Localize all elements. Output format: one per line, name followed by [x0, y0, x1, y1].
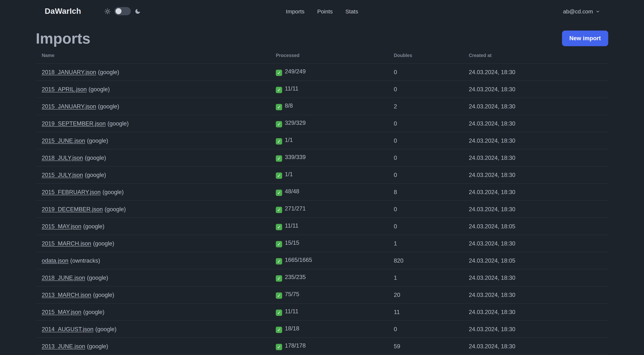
cell-doubles: 0	[388, 132, 463, 149]
new-import-button[interactable]: New import	[562, 30, 608, 46]
nav-link-stats[interactable]: Stats	[346, 8, 358, 14]
processed-count: 75/75	[285, 291, 299, 297]
import-source: (google)	[85, 172, 106, 178]
import-file-link[interactable]: 2015_JULY.json	[42, 172, 83, 178]
import-source: (google)	[95, 326, 116, 332]
import-file-link[interactable]: 2019_SEPTEMBER.json	[42, 120, 106, 126]
check-icon: ✓	[276, 190, 282, 196]
check-icon: ✓	[276, 138, 282, 145]
cell-doubles: 0	[388, 218, 463, 235]
nav-link-imports[interactable]: Imports	[286, 8, 304, 14]
theme-toggle-switch[interactable]	[114, 7, 131, 15]
cell-processed: ✓178/178	[270, 338, 388, 355]
table-row: 2018_JULY.json(google) ✓339/339 0 24.03.…	[36, 149, 608, 166]
cell-doubles: 2	[388, 98, 463, 115]
import-file-link[interactable]: 2019_DECEMBER.json	[42, 206, 103, 212]
top-navbar: DaWarIch	[0, 0, 644, 22]
cell-doubles: 1	[388, 235, 463, 252]
import-file-link[interactable]: odata.json	[42, 257, 68, 264]
nav-link-points[interactable]: Points	[317, 8, 332, 14]
brand-logo[interactable]: DaWarIch	[45, 7, 81, 16]
cell-created-at: 24.03.2024, 18:05	[463, 218, 608, 235]
cell-doubles: 0	[388, 201, 463, 218]
cell-processed: ✓249/249	[270, 63, 388, 81]
import-source: (google)	[98, 103, 119, 109]
cell-name: 2014_AUGUST.json(google)	[36, 321, 270, 338]
user-menu[interactable]: ab@cd.com	[563, 8, 600, 14]
cell-created-at: 24.03.2024, 18:30	[463, 303, 608, 321]
processed-count: 11/11	[285, 85, 298, 92]
import-file-link[interactable]: 2018_JANUARY.json	[42, 69, 96, 75]
processed-count: 271/271	[285, 205, 306, 212]
cell-created-at: 24.03.2024, 18:30	[463, 132, 608, 149]
import-source: (google)	[93, 240, 114, 246]
processed-count: 1/1	[285, 137, 293, 143]
import-file-link[interactable]: 2015_FEBRUARY.json	[42, 189, 100, 195]
cell-doubles: 59	[388, 338, 463, 355]
app-window: DaWarIch	[0, 0, 644, 355]
table-row: 2015_FEBRUARY.json(google) ✓48/48 8 24.0…	[36, 183, 608, 201]
import-file-link[interactable]: 2013_JUNE.json	[42, 343, 85, 349]
import-file-link[interactable]: 2015_JANUARY.json	[42, 103, 96, 109]
table-row: 2018_JUNE.json(google) ✓235/235 1 24.03.…	[36, 269, 608, 286]
table-row: 2013_MARCH.json(google) ✓75/75 20 24.03.…	[36, 286, 608, 303]
nav-links: Imports Points Stats	[286, 8, 358, 14]
check-icon: ✓	[276, 155, 282, 162]
import-file-link[interactable]: 2014_AUGUST.json	[42, 326, 93, 332]
sun-icon	[104, 8, 110, 14]
column-header-created-at: Created at	[463, 51, 608, 63]
cell-name: 2015_JANUARY.json(google)	[36, 98, 270, 115]
cell-name: 2015_MAY.json(google)	[36, 303, 270, 321]
cell-created-at: 24.03.2024, 18:30	[463, 338, 608, 355]
processed-count: 235/235	[285, 274, 306, 280]
import-source: (google)	[83, 309, 104, 315]
processed-count: 249/249	[285, 68, 306, 74]
import-file-link[interactable]: 2015_MARCH.json	[42, 240, 91, 246]
page-header: Imports New import	[36, 30, 608, 47]
cell-processed: ✓8/8	[270, 98, 388, 115]
cell-processed: ✓1665/1665	[270, 252, 388, 269]
check-icon: ✓	[276, 104, 282, 110]
import-file-link[interactable]: 2015_JUNE.json	[42, 137, 85, 144]
check-icon: ✓	[276, 258, 282, 265]
import-source: (google)	[83, 223, 104, 229]
processed-count: 178/178	[285, 342, 306, 349]
cell-name: 2015_JUNE.json(google)	[36, 132, 270, 149]
page-title: Imports	[36, 30, 90, 47]
check-icon: ✓	[276, 70, 282, 76]
moon-icon	[134, 8, 141, 14]
import-file-link[interactable]: 2013_MARCH.json	[42, 292, 91, 298]
cell-created-at: 24.03.2024, 18:30	[463, 269, 608, 286]
processed-count: 1/1	[285, 171, 293, 177]
cell-created-at: 24.03.2024, 18:30	[463, 235, 608, 252]
check-icon: ✓	[276, 87, 282, 93]
import-file-link[interactable]: 2015_MAY.json	[42, 309, 82, 315]
column-header-name: Name	[36, 51, 270, 63]
import-file-link[interactable]: 2018_JUNE.json	[42, 274, 85, 281]
import-source: (google)	[98, 69, 119, 75]
table-body: 2018_JANUARY.json(google) ✓249/249 0 24.…	[36, 63, 608, 355]
cell-created-at: 24.03.2024, 18:30	[463, 321, 608, 338]
check-icon: ✓	[276, 207, 282, 213]
table-row: 2015_MARCH.json(google) ✓15/15 1 24.03.2…	[36, 235, 608, 252]
cell-processed: ✓11/11	[270, 303, 388, 321]
import-file-link[interactable]: 2018_JULY.json	[42, 154, 83, 161]
cell-processed: ✓18/18	[270, 321, 388, 338]
cell-created-at: 24.03.2024, 18:05	[463, 252, 608, 269]
cell-processed: ✓75/75	[270, 286, 388, 303]
check-icon: ✓	[276, 310, 282, 316]
table-header: Name Processed Doubles Created at	[36, 51, 608, 63]
processed-count: 11/11	[285, 308, 298, 314]
cell-created-at: 24.03.2024, 18:30	[463, 166, 608, 183]
import-file-link[interactable]: 2015_MAY.json	[42, 223, 82, 229]
cell-created-at: 24.03.2024, 18:30	[463, 115, 608, 132]
table-row: 2015_MAY.json(google) ✓11/11 0 24.03.202…	[36, 218, 608, 235]
import-file-link[interactable]: 2015_APRIL.json	[42, 86, 87, 92]
cell-doubles: 11	[388, 303, 463, 321]
cell-processed: ✓11/11	[270, 218, 388, 235]
main-content: Imports New import Name Processed Double…	[0, 30, 644, 355]
import-source: (google)	[93, 292, 114, 298]
cell-doubles: 8	[388, 183, 463, 201]
cell-name: 2018_JULY.json(google)	[36, 149, 270, 166]
processed-count: 8/8	[285, 102, 293, 109]
